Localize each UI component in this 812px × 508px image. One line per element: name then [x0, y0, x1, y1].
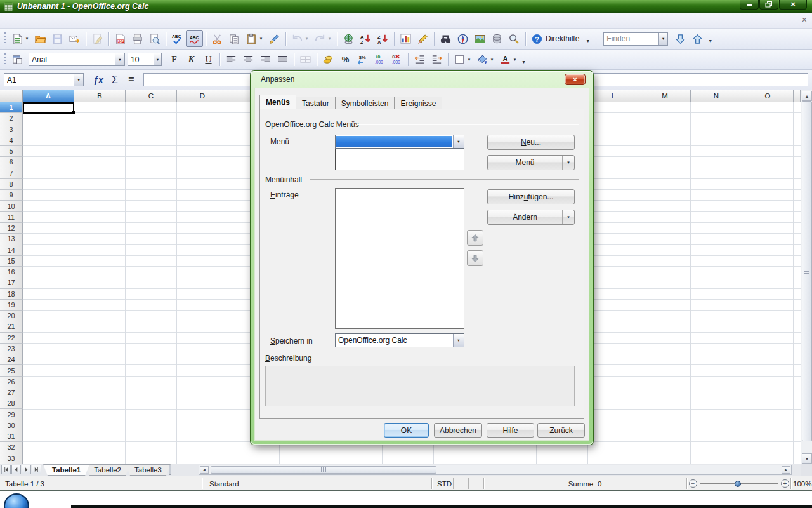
- new-document-dropdown-arrow[interactable]: ▾: [24, 36, 30, 41]
- row-header-26[interactable]: 26: [0, 377, 23, 387]
- row-header-18[interactable]: 18: [0, 289, 23, 300]
- italic-button[interactable]: K: [183, 51, 200, 68]
- font-size-input[interactable]: [128, 53, 154, 65]
- new-document-button[interactable]: ▾: [9, 30, 32, 47]
- name-box-dropdown-arrow[interactable]: ▾: [74, 74, 83, 86]
- tab-scrollbar-splitter[interactable]: [169, 465, 171, 475]
- find-next-button[interactable]: [672, 30, 689, 47]
- page-style[interactable]: Standard: [209, 476, 239, 491]
- menu-combobox-dropdown-list[interactable]: [335, 149, 464, 170]
- row-header-23[interactable]: 23: [0, 344, 23, 354]
- zoom-level[interactable]: 100%: [793, 476, 811, 491]
- cut-button[interactable]: [209, 30, 226, 47]
- font-name-input[interactable]: [29, 53, 115, 65]
- font-color-dropdown-arrow[interactable]: ▾: [512, 57, 518, 62]
- background-color-dropdown-arrow[interactable]: ▾: [489, 57, 495, 62]
- paste-button[interactable]: ▾: [243, 30, 266, 47]
- auto-spellcheck-button[interactable]: ABC: [186, 30, 203, 47]
- row-header-3[interactable]: 3: [0, 124, 23, 135]
- column-header-n[interactable]: N: [691, 90, 742, 102]
- align-right-button[interactable]: [257, 51, 274, 68]
- sheet-tab-tabelle2[interactable]: Tabelle2: [85, 464, 130, 476]
- column-header-partial[interactable]: [794, 90, 801, 102]
- selection-mode[interactable]: STD: [437, 476, 452, 491]
- navigator-button[interactable]: [454, 30, 471, 47]
- background-color-button[interactable]: ▾: [474, 51, 497, 68]
- row-header-21[interactable]: 21: [0, 321, 23, 332]
- row-header-2[interactable]: 2: [0, 113, 23, 124]
- function-wizard-button[interactable]: ƒx: [90, 72, 107, 88]
- tab-tastatur[interactable]: Tastatur: [296, 97, 336, 109]
- find-combobox[interactable]: ▾: [603, 32, 668, 46]
- open-document-button[interactable]: [32, 30, 49, 47]
- add-decimal-button[interactable]: +0.000: [371, 51, 388, 68]
- row-header-32[interactable]: 32: [0, 442, 23, 453]
- row-header-16[interactable]: 16: [0, 267, 23, 277]
- hyperlink-button[interactable]: [340, 30, 357, 47]
- row-header-31[interactable]: 31: [0, 431, 23, 442]
- move-down-button[interactable]: [467, 250, 483, 266]
- formatting-toolbar-overflow-button[interactable]: ▾: [520, 53, 528, 66]
- page-preview-button[interactable]: [146, 30, 163, 47]
- find-toolbar-overflow-button[interactable]: ▾: [706, 32, 714, 45]
- last-sheet-button[interactable]: [32, 465, 41, 474]
- show-draw-functions-button[interactable]: [414, 30, 431, 47]
- borders-button[interactable]: ▾: [451, 51, 474, 68]
- column-header-c[interactable]: C: [126, 90, 177, 102]
- row-header-27[interactable]: 27: [0, 387, 23, 398]
- currency-format-button[interactable]: [320, 51, 337, 68]
- add-button[interactable]: Hinzufügen...: [487, 189, 575, 204]
- first-sheet-button[interactable]: [1, 465, 11, 474]
- row-header-10[interactable]: 10: [0, 201, 23, 211]
- toolbar-grip[interactable]: [4, 53, 6, 66]
- minimize-button[interactable]: [740, 0, 759, 10]
- row-header-7[interactable]: 7: [0, 168, 23, 179]
- row-header-17[interactable]: 17: [0, 277, 23, 288]
- undo-dropdown-arrow[interactable]: ▾: [304, 36, 310, 41]
- row-header-24[interactable]: 24: [0, 354, 23, 365]
- email-document-button[interactable]: [66, 30, 83, 47]
- zoom-slider-track[interactable]: [700, 483, 778, 484]
- sheet-tab-tabelle3[interactable]: Tabelle3: [126, 464, 171, 476]
- menu-combobox[interactable]: ▾: [335, 135, 464, 149]
- start-button[interactable]: [4, 493, 29, 508]
- row-header-9[interactable]: 9: [0, 190, 23, 201]
- borders-dropdown-arrow[interactable]: ▾: [466, 57, 472, 62]
- sort-descending-button[interactable]: ZA: [374, 30, 391, 47]
- data-sources-button[interactable]: [488, 30, 506, 47]
- zoom-out-button[interactable]: −: [689, 479, 697, 488]
- sum-status[interactable]: Summe=0: [483, 476, 686, 491]
- cell-reference-input[interactable]: [4, 74, 74, 86]
- row-header-29[interactable]: 29: [0, 409, 23, 420]
- font-color-button[interactable]: A▾: [497, 51, 520, 68]
- paste-dropdown-arrow[interactable]: ▾: [258, 36, 264, 41]
- menu-actions-button[interactable]: Menü ▾: [487, 155, 575, 170]
- redo-dropdown-arrow[interactable]: ▾: [327, 36, 332, 41]
- new-menu-button[interactable]: Neu...: [487, 135, 575, 150]
- close-document-icon[interactable]: ×: [802, 15, 807, 24]
- format-paintbrush-button[interactable]: [266, 30, 283, 47]
- column-header-d[interactable]: D: [177, 90, 228, 102]
- row-header-25[interactable]: 25: [0, 365, 23, 376]
- align-center-button[interactable]: [240, 51, 257, 68]
- export-pdf-button[interactable]: PDF: [112, 30, 129, 47]
- row-header-14[interactable]: 14: [0, 244, 23, 255]
- next-sheet-button[interactable]: [22, 465, 31, 474]
- row-header-28[interactable]: 28: [0, 398, 23, 409]
- vertical-scrollbar[interactable]: ▲ ▼: [801, 90, 812, 464]
- row-header-1[interactable]: 1: [0, 102, 23, 113]
- decrease-indent-button[interactable]: [411, 51, 428, 68]
- dialog-close-button[interactable]: ×: [565, 74, 586, 85]
- row-header-5[interactable]: 5: [0, 146, 23, 157]
- print-file-button[interactable]: [129, 30, 146, 47]
- scroll-left-button[interactable]: ◄: [200, 466, 209, 474]
- row-header-4[interactable]: 4: [0, 135, 23, 146]
- fill-handle[interactable]: [72, 111, 75, 114]
- toolbar-overflow-button[interactable]: ▾: [584, 32, 592, 45]
- scroll-up-button[interactable]: ▲: [802, 91, 812, 101]
- select-all-corner[interactable]: [0, 90, 23, 102]
- scroll-down-button[interactable]: ▼: [802, 453, 812, 464]
- previous-sheet-button[interactable]: [11, 465, 21, 474]
- ok-button[interactable]: OK: [384, 423, 429, 438]
- font-name-dropdown-arrow[interactable]: ▾: [115, 53, 124, 65]
